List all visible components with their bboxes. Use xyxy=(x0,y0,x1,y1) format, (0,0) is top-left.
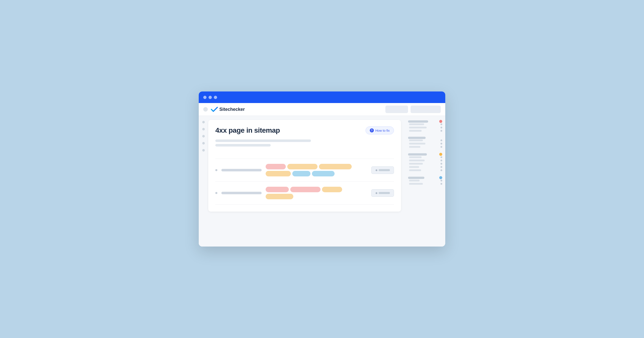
btn-dot xyxy=(376,169,377,171)
row-action-button[interactable] xyxy=(371,166,394,174)
page-title: 4xx page in sitemap xyxy=(215,126,280,134)
browser-window: Sitechecker 4xx page in sitemap ? xyxy=(199,91,445,247)
btn-bar xyxy=(379,169,390,171)
rs-sub-bar xyxy=(409,169,421,171)
row-url-bar xyxy=(221,169,262,171)
rs-section-4 xyxy=(408,176,442,186)
rs-sub-bar xyxy=(409,163,423,165)
center-panel: 4xx page in sitemap ? How to fix xyxy=(208,116,405,247)
rs-sub-lines xyxy=(408,156,442,172)
rs-sub-dot xyxy=(440,163,442,165)
rs-sub-bar xyxy=(409,156,422,158)
rs-main-bar xyxy=(408,153,427,156)
desc-line-2 xyxy=(215,144,271,147)
rs-section-1 xyxy=(408,120,442,133)
help-icon: ? xyxy=(370,128,374,132)
tag-orange-4 xyxy=(322,187,342,192)
traffic-light-yellow[interactable] xyxy=(209,96,212,99)
rs-sub-dot xyxy=(440,183,442,185)
rs-row xyxy=(408,153,442,156)
tag-orange-5 xyxy=(266,194,293,199)
logo-text: Sitechecker xyxy=(219,107,245,112)
rs-sub-bar xyxy=(409,160,425,161)
rs-row xyxy=(408,176,442,179)
sidebar-dot-2 xyxy=(202,128,205,130)
rs-section-2 xyxy=(408,137,442,149)
rs-sub-dot xyxy=(440,130,442,132)
rs-sub-bar xyxy=(409,123,424,125)
table-section xyxy=(215,159,394,205)
rs-sub-dot xyxy=(440,166,442,168)
rs-sub-row xyxy=(409,146,442,148)
rs-sub-dot xyxy=(440,160,442,161)
rs-sub-row xyxy=(409,143,442,144)
rs-section-3 xyxy=(408,153,442,173)
row-url-bar xyxy=(221,192,262,194)
rs-dot-red xyxy=(439,120,442,123)
nav-button-2[interactable] xyxy=(411,106,441,113)
row-bullet xyxy=(215,192,217,194)
address-bar-row: Sitechecker xyxy=(199,103,445,116)
rs-sub-row xyxy=(409,169,442,171)
tag-orange-2 xyxy=(319,164,352,169)
main-content: 4xx page in sitemap ? How to fix xyxy=(199,116,445,247)
description-lines xyxy=(215,139,394,147)
rs-sub-row xyxy=(409,127,442,128)
rs-sub-row xyxy=(409,123,442,125)
rs-sub-bar xyxy=(409,130,422,132)
traffic-light-red[interactable] xyxy=(203,96,207,99)
tag-pink-2 xyxy=(290,187,320,192)
rs-sub-dot xyxy=(440,156,442,158)
btn-bar xyxy=(379,192,390,194)
rs-sub-row xyxy=(409,166,442,168)
tag-pink xyxy=(266,164,286,169)
rs-sub-bar xyxy=(409,183,423,185)
rs-sub-lines xyxy=(408,123,442,132)
sidebar-dot-4 xyxy=(202,142,205,144)
address-bar-actions xyxy=(385,106,441,113)
rs-sub-row xyxy=(409,156,442,158)
rs-sub-dot xyxy=(440,127,442,128)
rs-main-bar xyxy=(408,120,428,123)
rs-sub-row xyxy=(409,139,442,141)
traffic-light-green[interactable] xyxy=(214,96,217,99)
sidebar-dot-1 xyxy=(202,121,205,123)
btn-dot xyxy=(376,192,377,194)
card-header: 4xx page in sitemap ? How to fix xyxy=(215,126,394,134)
tag-blue-1 xyxy=(292,171,310,176)
table-row xyxy=(215,159,394,182)
rs-sub-row xyxy=(409,160,442,161)
tag-pink-1 xyxy=(266,187,289,192)
rs-sub-dot xyxy=(440,146,442,148)
rs-sub-bar xyxy=(409,139,423,141)
how-to-fix-label: How to fix xyxy=(375,129,390,132)
rs-sub-dot xyxy=(440,139,442,141)
title-bar xyxy=(199,91,445,103)
rs-sub-bar xyxy=(409,180,420,181)
rs-sub-bar xyxy=(409,166,419,168)
left-sidebar xyxy=(199,116,208,247)
rs-sub-row xyxy=(409,163,442,165)
row-bullet xyxy=(215,169,217,171)
rs-sub-dot xyxy=(440,123,442,125)
rs-dot-blue xyxy=(439,176,442,179)
tag-blue-2 xyxy=(312,171,335,176)
right-sidebar xyxy=(405,116,445,247)
logo-area: Sitechecker xyxy=(211,107,382,112)
tag-orange-3 xyxy=(266,171,291,176)
rs-sub-row xyxy=(409,180,442,181)
rs-sub-row xyxy=(409,183,442,185)
rs-sub-lines xyxy=(408,180,442,185)
table-row xyxy=(215,182,394,205)
rs-dot-orange xyxy=(439,153,442,156)
rs-sub-dot xyxy=(440,169,442,171)
rs-sub-row xyxy=(409,130,442,132)
page-icon xyxy=(203,107,208,112)
how-to-fix-button[interactable]: ? How to fix xyxy=(366,126,394,134)
row-tags xyxy=(266,164,367,176)
rs-main-bar xyxy=(408,137,426,139)
nav-button-1[interactable] xyxy=(385,106,408,113)
row-tags xyxy=(266,187,367,199)
row-action-button[interactable] xyxy=(371,189,394,197)
rs-sub-bar xyxy=(409,146,420,148)
